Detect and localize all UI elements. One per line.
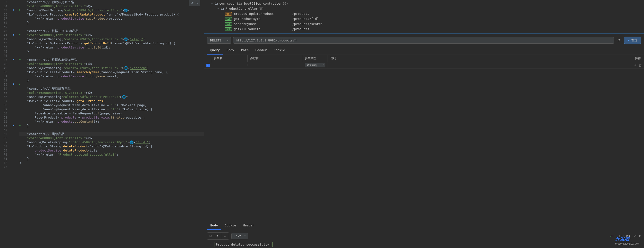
endpoint-gutter-icon[interactable]: ◉ (13, 82, 16, 86)
response-line-number: 1 (207, 242, 212, 247)
wrap-icon[interactable]: ≡ (214, 233, 221, 240)
tree-endpoint[interactable]: GET getAllProducts /products (204, 26, 644, 31)
http-method-badge: POST (224, 12, 232, 15)
endpoint-path: /products/{id} (292, 16, 319, 21)
http-method-badge: GET (224, 22, 232, 26)
col-header-desc: 说明 (328, 55, 632, 62)
request-tab-body[interactable]: Body (223, 46, 238, 55)
request-tab-cookie[interactable]: Cookie (270, 46, 288, 55)
col-header-value: 参数值 (248, 55, 302, 62)
http-method-badge: GET (224, 17, 232, 21)
http-method-select[interactable]: DELETE (207, 37, 231, 44)
send-button[interactable]: ➤ 发送 (624, 37, 641, 44)
endpoint-path: /products/search (292, 21, 322, 26)
expand-icon[interactable]: ⤢ (634, 64, 637, 67)
ai-assist-icon[interactable]: ⟳ (191, 1, 194, 5)
folder-icon: 🗀 (215, 1, 218, 6)
ai-toolbar: ⟳ ✕ (189, 0, 200, 6)
param-value-cell[interactable] (248, 64, 302, 66)
tree-endpoint[interactable]: GET getProductById /products/{id} (204, 16, 644, 21)
request-tab-query[interactable]: Query (207, 46, 223, 55)
request-bar: DELETE ⟳ ➤ 发送 (204, 34, 644, 46)
folder-icon: 🗀 (221, 6, 224, 11)
row-checkbox[interactable]: ✓ (206, 64, 210, 67)
url-input[interactable] (233, 37, 614, 44)
param-type-select[interactable]: string (305, 63, 326, 67)
col-header-type: 参数类型 (302, 55, 328, 62)
endpoint-gutter-icon[interactable]: ◉ (13, 124, 16, 127)
response-body: 1 Product deleted successfully! (204, 241, 644, 248)
tree-controller[interactable]: ▾ 🗀 ProductController (5) (204, 6, 644, 11)
send-icon: ➤ (628, 38, 630, 42)
endpoint-name: searchByName (234, 21, 292, 26)
param-desc-cell[interactable] (328, 64, 632, 66)
response-tabs: BodyCookieHeader (204, 222, 644, 230)
save-icon[interactable]: ⤓ (221, 233, 229, 240)
endpoint-path: /products (292, 11, 309, 16)
response-format-select[interactable]: Text (232, 233, 248, 239)
col-header-ops: 操作 (632, 55, 644, 62)
code-editor[interactable]: 3334353637383940414243444546474849505152… (0, 0, 204, 248)
endpoint-path: /products (292, 26, 309, 31)
rest-client-panel: ▾ 🗀 com.coderjia.boot318es.controller (6… (204, 0, 644, 248)
request-tab-header[interactable]: Header (252, 46, 270, 55)
response-toolbar: ⎘ ≡ ⤓ Text 200 133 ms 29 B (204, 230, 644, 241)
chevron-down-icon: ▾ (211, 1, 215, 6)
endpoint-name: createOrUpdateProduct (234, 11, 292, 16)
response-tab-cookie[interactable]: Cookie (221, 222, 240, 230)
response-content[interactable]: Product deleted successfully! (214, 242, 273, 247)
status-code: 200 (610, 234, 615, 238)
response-tab-body[interactable]: Body (207, 222, 221, 230)
tree-endpoint[interactable]: GET searchByName /products/search (204, 21, 644, 26)
endpoint-name: getProductById (234, 16, 292, 21)
format-icon[interactable]: ⎘ (207, 233, 214, 240)
http-method-badge: GET (224, 27, 232, 31)
watermark: 开发者 WWW.DEVZE.COM (615, 236, 639, 245)
endpoint-gutter-icon[interactable]: ◉ (13, 33, 16, 37)
close-icon[interactable]: ✕ (196, 1, 198, 5)
endpoint-gutter-icon[interactable]: ◉ (13, 58, 16, 62)
tree-endpoint[interactable]: POST createOrUpdateProduct /products (204, 11, 644, 16)
response-tab-header[interactable]: Header (240, 222, 258, 230)
col-header-name: 参数名 (211, 55, 248, 62)
request-tab-path[interactable]: Path (238, 46, 252, 55)
param-name-cell[interactable] (211, 64, 248, 66)
endpoint-name: getAllProducts (234, 26, 292, 31)
delete-icon[interactable]: 🗑 (639, 64, 642, 67)
endpoints-tree: ▾ 🗀 com.coderjia.boot318es.controller (6… (204, 0, 644, 33)
request-tabs: QueryBodyPathHeaderCookie (204, 46, 644, 55)
params-table: 参数名 参数值 参数类型 说明 操作 ✓ string ⤢🗑 (204, 55, 644, 69)
tree-package[interactable]: ▾ 🗀 com.coderjia.boot318es.controller (6… (204, 1, 644, 6)
history-icon[interactable]: ⟳ (616, 37, 622, 44)
endpoint-gutter-icon[interactable]: ◉ (13, 8, 16, 12)
table-row: ✓ string ⤢🗑 (204, 62, 644, 69)
chevron-down-icon: ▾ (217, 6, 221, 11)
